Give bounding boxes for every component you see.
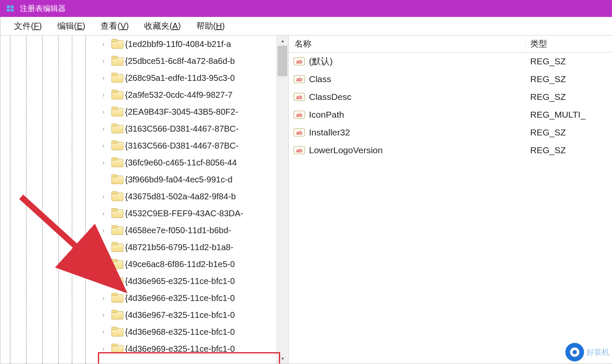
folder-icon — [111, 226, 122, 235]
chevron-right-icon[interactable]: › — [99, 41, 108, 47]
value-row[interactable]: abClassREG_SZ — [289, 70, 612, 88]
menu-help[interactable]: 帮助(H) — [189, 18, 233, 34]
chevron-right-icon[interactable]: › — [99, 278, 108, 284]
chevron-right-icon[interactable]: › — [99, 210, 108, 217]
tree-item[interactable]: ›{3163C566-D381-4467-87BC- — [0, 120, 288, 137]
tree-item-label: {43675d81-502a-4a82-9f84-b — [125, 192, 236, 201]
scroll-track[interactable] — [277, 46, 288, 353]
tree-item[interactable]: ›{4532C9EB-FEF9-43AC-83DA- — [0, 205, 288, 222]
tree-item-label: {4d36e965-e325-11ce-bfc1-0 — [125, 276, 235, 286]
chevron-right-icon[interactable]: › — [99, 108, 108, 115]
tree-item-label: {4532C9EB-FEF9-43AC-83DA- — [125, 209, 243, 218]
value-name: ClassDesc — [309, 92, 351, 102]
tree-item[interactable]: ›{2EA9B43F-3045-43B5-80F2- — [0, 103, 288, 120]
folder-icon — [111, 192, 122, 201]
tree-item[interactable]: ›{49ce6ac8-6f86-11d2-b1e5-0 — [0, 256, 288, 273]
tree-item[interactable]: ›{2a9fe532-0cdc-44f9-9827-7 — [0, 86, 288, 103]
value-row[interactable]: ab(默认)REG_SZ — [289, 52, 612, 70]
chevron-right-icon[interactable]: › — [99, 227, 108, 234]
chevron-right-icon[interactable]: › — [99, 193, 108, 200]
chevron-right-icon[interactable]: › — [99, 295, 108, 301]
chevron-right-icon[interactable]: › — [99, 58, 108, 64]
tree-item[interactable]: ›{3163C566-D381-4467-87BC- — [0, 137, 288, 154]
folder-icon — [111, 293, 122, 303]
menu-view[interactable]: 查看(V) — [93, 18, 136, 34]
value-row[interactable]: abInstaller32REG_SZ — [289, 124, 612, 141]
folder-icon — [111, 209, 122, 218]
folder-icon — [111, 243, 122, 252]
watermark: 好装机 — [565, 343, 609, 361]
tree-item-label: {49ce6ac8-6f86-11d2-b1e5-0 — [125, 259, 235, 269]
tree-item-label: {1ed2bbf9-11f0-4084-b21f-a — [125, 39, 231, 49]
values-pane: 名称 类型 ab(默认)REG_SZabClassREG_SZabClassDe… — [289, 36, 612, 364]
menu-favorites[interactable]: 收藏夹(A) — [136, 18, 189, 34]
value-row[interactable]: abLowerLogoVersionREG_SZ — [289, 141, 612, 159]
string-value-icon: ab — [293, 145, 306, 156]
tree-item[interactable]: ›{43675d81-502a-4a82-9f84-b — [0, 188, 288, 205]
svg-text:ab: ab — [296, 148, 302, 154]
value-row[interactable]: abClassDescREG_SZ — [289, 88, 612, 106]
chevron-right-icon[interactable]: › — [99, 244, 108, 251]
tree-item-label: {2EA9B43F-3045-43B5-80F2- — [125, 107, 238, 117]
tree-item[interactable]: ›{36fc9e60-c465-11cf-8056-44 — [0, 154, 288, 171]
scroll-down-icon[interactable]: ▾ — [277, 353, 288, 364]
tree-item[interactable]: {3f966bd9-fa04-4ec5-991c-d — [0, 171, 288, 188]
chevron-right-icon[interactable]: › — [99, 91, 108, 98]
svg-text:ab: ab — [296, 94, 302, 100]
tree-item[interactable]: ›{4658ee7e-f050-11d1-b6bd- — [0, 222, 288, 239]
menu-file[interactable]: 文件(F) — [6, 18, 50, 34]
menu-edit[interactable]: 编辑(E) — [50, 18, 93, 34]
folder-icon — [111, 327, 122, 336]
chevron-right-icon[interactable]: › — [99, 125, 108, 132]
chevron-right-icon[interactable]: › — [99, 74, 108, 81]
svg-text:ab: ab — [296, 59, 302, 65]
svg-rect-2 — [7, 9, 10, 11]
watermark-text: 好装机 — [587, 347, 609, 357]
tree-item[interactable]: ›{4d36e965-e325-11ce-bfc1-0 — [0, 273, 288, 290]
folder-icon — [111, 124, 122, 133]
tree-pane: ›{1ed2bbf9-11f0-4084-b21f-a›{25dbce51-6c… — [0, 36, 289, 364]
folder-icon — [111, 90, 122, 99]
value-name: Class — [309, 74, 331, 84]
tree-item[interactable]: ›{4d36e967-e325-11ce-bfc1-0 — [0, 306, 288, 323]
folder-icon — [111, 158, 122, 167]
tree-scrollbar[interactable]: ▴ ▾ — [276, 36, 288, 364]
scroll-thumb[interactable] — [278, 46, 287, 76]
column-header-type[interactable]: 类型 — [526, 38, 612, 50]
tree-item-label: {4658ee7e-f050-11d1-b6bd- — [125, 226, 231, 235]
value-type: REG_SZ — [526, 127, 612, 138]
folder-icon — [111, 107, 122, 116]
scroll-up-icon[interactable]: ▴ — [277, 36, 288, 46]
tree-item-label: {4d36e967-e325-11ce-bfc1-0 — [125, 310, 235, 320]
value-name: IconPath — [309, 110, 344, 120]
value-name: (默认) — [309, 55, 333, 67]
folder-icon — [111, 73, 122, 83]
tree-item[interactable]: ›{48721b56-6795-11d2-b1a8- — [0, 239, 288, 256]
tree-item-label: {3163C566-D381-4467-87BC- — [125, 124, 239, 134]
chevron-right-icon[interactable]: › — [99, 261, 108, 267]
string-value-icon: ab — [293, 56, 306, 67]
tree-item-label: {36fc9e60-c465-11cf-8056-44 — [125, 158, 237, 168]
folder-icon — [111, 39, 122, 49]
chevron-right-icon[interactable]: › — [99, 328, 108, 335]
tree-item[interactable]: ›{4d36e968-e325-11ce-bfc1-0 — [0, 323, 288, 340]
chevron-right-icon[interactable]: › — [99, 142, 108, 149]
folder-icon — [111, 276, 122, 286]
tree-item[interactable]: ›{4d36e966-e325-11ce-bfc1-0 — [0, 290, 288, 306]
folder-icon — [111, 141, 122, 150]
tree-item[interactable]: ›{268c95a1-edfe-11d3-95c3-0 — [0, 69, 288, 86]
tree-item[interactable]: ›{25dbce51-6c8f-4a72-8a6d-b — [0, 52, 288, 69]
watermark-logo-icon — [565, 343, 584, 361]
chevron-right-icon[interactable]: › — [99, 345, 108, 352]
chevron-right-icon[interactable]: › — [99, 312, 108, 318]
tree-item-label: {4d36e966-e325-11ce-bfc1-0 — [125, 293, 235, 303]
tree-item[interactable]: ›{1ed2bbf9-11f0-4084-b21f-a — [0, 36, 288, 52]
regedit-icon — [6, 3, 16, 14]
chevron-right-icon[interactable]: › — [99, 159, 108, 166]
svg-text:ab: ab — [296, 130, 302, 136]
value-name: LowerLogoVersion — [309, 145, 383, 155]
tree-item[interactable]: ›{4d36e969-e325-11ce-bfc1-0 — [0, 340, 288, 357]
svg-text:ab: ab — [296, 77, 302, 83]
column-header-name[interactable]: 名称 — [289, 36, 526, 52]
value-row[interactable]: abIconPathREG_MULTI_ — [289, 106, 612, 124]
